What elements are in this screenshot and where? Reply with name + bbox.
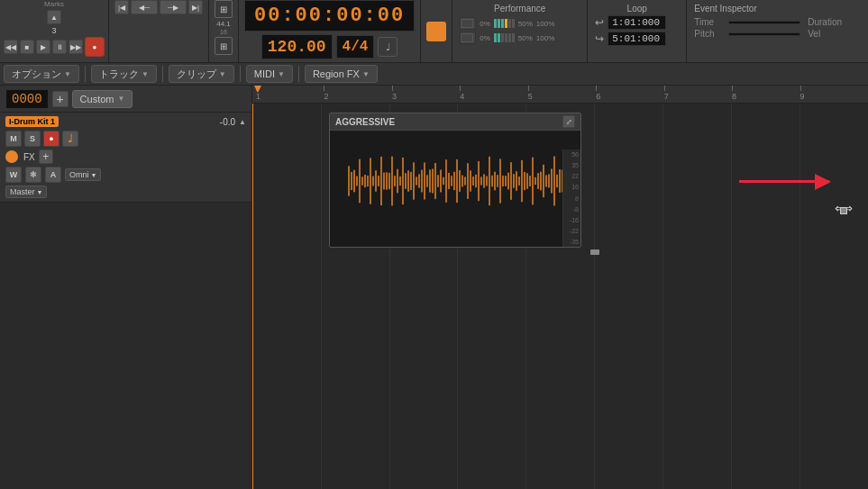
toolbar-divider-4: [298, 66, 299, 82]
add-track-button[interactable]: +: [52, 91, 69, 107]
track-master-row: Master ▼: [5, 186, 246, 198]
custom-dropdown[interactable]: Custom ▼: [72, 90, 133, 108]
svg-rect-40: [453, 172, 455, 190]
loop-end-time[interactable]: 5:01:000: [608, 32, 666, 46]
main-area: 0000 + Custom ▼ I-Drum Kit 1 -0.0 ▲ M S …: [0, 86, 868, 489]
marks-value: 3: [51, 26, 56, 35]
toolbar-divider-2: [162, 66, 163, 82]
meter-seg-1: [494, 19, 497, 28]
stop-icon[interactable]: ■: [20, 40, 34, 54]
vol-label-4: 16: [565, 184, 579, 190]
track-label: トラック: [99, 68, 139, 81]
region-header: AGGRESSIVE ⤢: [330, 113, 580, 131]
region-fx-menu-button[interactable]: Region FX ▼: [305, 65, 378, 83]
resize-square-handle[interactable]: [840, 207, 847, 214]
fx-label: FX: [23, 152, 35, 162]
region-expand-button[interactable]: ⤢: [562, 115, 575, 128]
tick-3: [392, 86, 393, 91]
region-fx-arrow-icon: ▼: [362, 70, 370, 78]
svg-rect-68: [529, 176, 531, 186]
svg-rect-46: [470, 170, 471, 191]
svg-rect-78: [556, 175, 558, 187]
rewind-icon[interactable]: ◀◀: [4, 40, 18, 54]
transport-row-1: ▲: [47, 10, 61, 24]
inspector-section: Event Inspector Time Duration Pitch Vel: [687, 0, 868, 62]
meter-seg-3: [501, 19, 504, 28]
solo-button[interactable]: S: [24, 131, 41, 147]
omni-arrow-icon: ▼: [91, 172, 97, 178]
record-arm-button[interactable]: ●: [43, 131, 59, 147]
master-select[interactable]: Master ▼: [5, 186, 47, 198]
ruler-marks: 1 2 3 4 5: [252, 86, 868, 101]
svg-rect-74: [545, 175, 547, 186]
bpm-display: 0000: [5, 89, 49, 109]
timesig-display[interactable]: 4/4: [336, 35, 375, 59]
svg-rect-22: [405, 173, 407, 189]
svg-rect-20: [399, 177, 401, 186]
mute-button[interactable]: M: [5, 131, 22, 147]
svg-rect-31: [429, 169, 431, 192]
omni-select[interactable]: Omni ▼: [65, 168, 101, 181]
svg-rect-43: [461, 176, 463, 187]
goto-end-icon[interactable]: ▶|: [188, 0, 203, 14]
mode-indicator[interactable]: [426, 22, 446, 41]
svg-rect-9: [370, 158, 371, 204]
svg-rect-23: [407, 170, 409, 192]
clip-menu-button[interactable]: クリップ ▼: [169, 65, 234, 83]
vol-label-9: -35: [565, 239, 579, 245]
triangle-up-icon[interactable]: ▲: [47, 10, 61, 24]
timeline-content[interactable]: AGGRESSIVE ⤢ -6 -12 -18 -24 -30 -36 -42 …: [252, 104, 868, 489]
record-button[interactable]: ●: [85, 37, 105, 57]
meter-seg-4: [505, 19, 507, 28]
meter-seg-6: [512, 19, 515, 28]
region-bottom-handle[interactable]: [590, 249, 599, 255]
midi-menu-button[interactable]: MIDI ▼: [246, 65, 293, 83]
a-button[interactable]: A: [45, 167, 61, 183]
svg-rect-67: [526, 173, 528, 189]
tick-9: [800, 86, 801, 91]
snap-icon[interactable]: ⊞: [215, 0, 233, 18]
grid-line-7: [731, 104, 732, 489]
fx-active-indicator: [5, 150, 18, 163]
fast-forward-icon[interactable]: ▶▶: [69, 40, 83, 54]
track-volume[interactable]: -0.0: [220, 117, 235, 127]
loop-end-row: ↪ 5:01:000: [595, 32, 679, 46]
w-button[interactable]: W: [5, 167, 22, 183]
inspector-time-value[interactable]: [728, 21, 800, 24]
metronome-button[interactable]: ♩: [378, 37, 397, 57]
track-menu-button[interactable]: トラック ▼: [91, 65, 157, 83]
timeline-area: 1 2 3 4 5: [252, 86, 868, 489]
tempo-display[interactable]: 120.00: [261, 34, 333, 59]
prev-marker-icon[interactable]: ◀─: [131, 0, 158, 14]
next-marker-icon[interactable]: ─▶: [160, 0, 187, 14]
track-header-bar: 0000 + Custom ▼: [0, 86, 251, 113]
loop-start-row: ↩ 1:01:000: [595, 15, 679, 30]
svg-rect-50: [480, 177, 482, 185]
pause-icon[interactable]: ⏸: [52, 40, 67, 54]
svg-rect-42: [459, 170, 461, 192]
svg-rect-73: [543, 165, 544, 197]
add-fx-button[interactable]: +: [39, 149, 53, 164]
options-menu-button[interactable]: オプション ▼: [4, 65, 79, 83]
loop-title: Loop: [595, 4, 679, 14]
star-button[interactable]: ✱: [25, 167, 41, 183]
second-toolbar: オプション ▼ トラック ▼ クリップ ▼ MIDI ▼ Region FX ▼: [0, 63, 868, 86]
ruler-mark-8: 8: [732, 86, 799, 101]
hd-meter-bar: [494, 32, 515, 43]
audio-region[interactable]: AGGRESSIVE ⤢ -6 -12 -18 -24 -30 -36 -42 …: [329, 113, 581, 248]
loop-start-time[interactable]: 1:01:000: [608, 15, 666, 30]
inspector-pitch-value[interactable]: [728, 32, 800, 36]
loop-end-icon: ↪: [595, 32, 604, 45]
nav-row-top: |◀ ◀─ ─▶ ▶|: [114, 0, 203, 14]
cpu-icon: [460, 17, 476, 30]
ruler-mark-6: 6: [596, 86, 663, 101]
track-instrument-icon[interactable]: ♩: [62, 131, 78, 147]
tick-7: [664, 86, 665, 91]
play-icon[interactable]: ▶: [36, 40, 50, 54]
svg-rect-34: [437, 175, 439, 186]
goto-start-icon[interactable]: |◀: [114, 0, 129, 14]
snap-icon-2[interactable]: ⊞: [215, 37, 233, 55]
svg-rect-35: [440, 170, 442, 193]
vol-label-2: 35: [565, 162, 579, 168]
performance-section: Performance 0% 50% 100% 0%: [452, 0, 588, 62]
